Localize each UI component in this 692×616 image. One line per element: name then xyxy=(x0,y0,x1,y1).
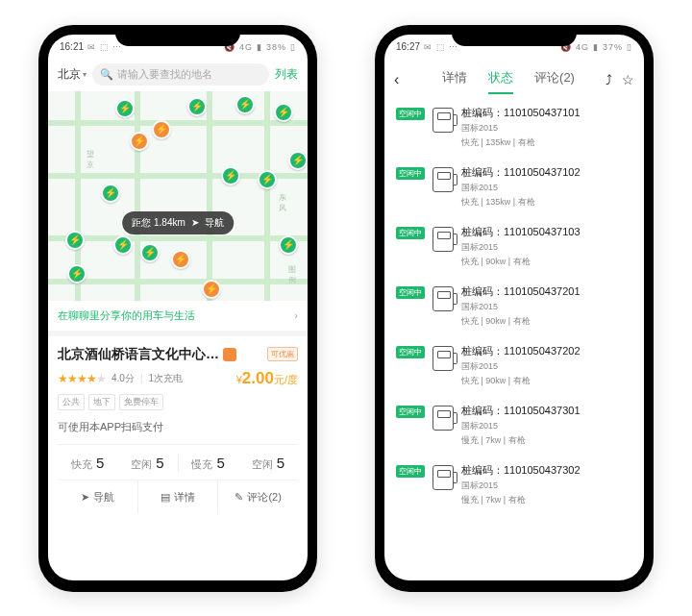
tag: 地下 xyxy=(88,394,115,410)
charger-standard: 国标2015 xyxy=(461,360,632,373)
charger-row[interactable]: 空闲中桩编码：1101050437301国标2015慢充 | 7kw | 有枪 xyxy=(384,396,644,456)
tab-detail[interactable]: 详情 xyxy=(442,65,467,94)
searchbar: 北京 ▾ 🔍 请输入要查找的地名 列表 xyxy=(48,60,308,91)
map-pin[interactable]: ⚡ xyxy=(202,280,221,299)
charger-standard: 国标2015 xyxy=(461,420,632,432)
charger-standard: 国标2015 xyxy=(461,122,632,135)
map-pin[interactable]: ⚡ xyxy=(171,250,190,269)
charger-row[interactable]: 空闲中桩编码：1101050437202国标2015快充 | 90kw | 有枪 xyxy=(384,336,644,396)
charger-spec: 慢充 | 7kw | 有枪 xyxy=(461,494,632,506)
action-comments[interactable]: ✎ 评论(2) xyxy=(217,480,298,514)
status-net: 4G xyxy=(239,42,253,52)
usage-count: 1次充电 xyxy=(149,372,184,385)
map-pin[interactable]: ⚡ xyxy=(152,120,171,139)
map-pin[interactable]: ⚡ xyxy=(288,151,308,170)
share-strip[interactable]: 在聊聊里分享你的用车与生活 › xyxy=(48,301,308,336)
station-title: 北京酒仙桥语言文化中心… xyxy=(58,346,219,363)
action-nav[interactable]: ➤ 导航 xyxy=(58,480,137,514)
rating-score: 4.0分 xyxy=(111,372,135,385)
back-button[interactable]: ‹ xyxy=(394,71,411,88)
phone-right: 16:27 ✉ ⬚ ⋯ 🔇 4G ▮ 37% ▯ ‹ 详情 状态 评论(2) ⤴… xyxy=(375,25,654,592)
status-signal-icon: ▮ xyxy=(593,42,599,52)
charger-icon xyxy=(432,406,454,431)
pay-note: 可使用本APP扫码支付 xyxy=(58,420,298,434)
status-badge: 空闲中 xyxy=(396,465,425,478)
battery-icon: ▯ xyxy=(627,42,632,52)
count-slow: 慢充 5 xyxy=(178,455,238,472)
status-badge: 空闲中 xyxy=(396,167,425,180)
search-placeholder: 请输入要查找的地名 xyxy=(117,67,212,82)
screen-left: 16:21 ✉ ⬚ ⋯ 🔇 4G ▮ 38% ▯ 北京 ▾ 🔍 请输入要查找的地… xyxy=(48,35,308,580)
charger-spec: 快充 | 90kw | 有枪 xyxy=(461,315,632,328)
status-net: 4G xyxy=(576,42,589,52)
chevron-right-icon: › xyxy=(294,309,298,321)
charger-row[interactable]: 空闲中桩编码：1101050437101国标2015快充 | 135kw | 有… xyxy=(384,98,644,158)
map-pin[interactable]: ⚡ xyxy=(258,170,277,189)
action-detail[interactable]: ▤ 详情 xyxy=(137,480,218,514)
station-card: 北京酒仙桥语言文化中心… 可优惠 ★★★★★ 4.0分 | 1次充电 ¥2.00… xyxy=(48,336,308,518)
tab-header: ‹ 详情 状态 评论(2) ⤴ ☆ xyxy=(384,60,644,94)
notch xyxy=(452,25,577,46)
map-pin[interactable]: ⚡ xyxy=(274,103,293,122)
charger-code: 桩编码：1101050437101 xyxy=(461,106,632,120)
nav-arrow-icon: ➤ xyxy=(191,217,199,228)
map-pin[interactable]: ⚡ xyxy=(279,235,298,255)
price-unit: 元/度 xyxy=(274,374,298,385)
status-badge: 空闲中 xyxy=(396,108,425,120)
screen-right: 16:27 ✉ ⬚ ⋯ 🔇 4G ▮ 37% ▯ ‹ 详情 状态 评论(2) ⤴… xyxy=(384,35,644,580)
comment-icon: ✎ xyxy=(235,491,243,504)
status-badge: 空闲中 xyxy=(396,346,425,358)
star-icon[interactable]: ☆ xyxy=(622,72,634,87)
status-signal-icon: ▮ xyxy=(257,42,262,52)
charger-code: 桩编码：1101050437103 xyxy=(461,225,632,239)
charger-standard: 国标2015 xyxy=(461,480,632,492)
charger-row[interactable]: 空闲中桩编码：1101050437102国标2015快充 | 135kw | 有… xyxy=(384,158,644,217)
charger-icon xyxy=(432,346,454,371)
charger-row[interactable]: 空闲中桩编码：1101050437103国标2015快充 | 90kw | 有枪 xyxy=(384,217,644,277)
tab-status[interactable]: 状态 xyxy=(488,65,513,94)
price: ¥2.00元/度 xyxy=(236,369,298,388)
charger-spec: 快充 | 90kw | 有枪 xyxy=(461,375,632,387)
tab-comments[interactable]: 评论(2) xyxy=(534,65,575,94)
charger-code: 桩编码：1101050437301 xyxy=(461,404,632,418)
map-pin[interactable]: ⚡ xyxy=(67,264,86,283)
count-slow-idle: 空闲 5 xyxy=(238,455,298,472)
stars-icon: ★★★★★ xyxy=(58,372,106,385)
charger-code: 桩编码：1101050437302 xyxy=(461,463,632,478)
action-row: ➤ 导航 ▤ 详情 ✎ 评论(2) xyxy=(58,480,298,514)
tag: 公共 xyxy=(58,394,85,410)
charger-icon xyxy=(432,286,454,311)
charger-icon xyxy=(432,108,454,133)
city-picker[interactable]: 北京 ▾ xyxy=(58,66,86,83)
map-pin[interactable]: ⚡ xyxy=(187,97,207,116)
distance-text: 距您 1.84km xyxy=(132,216,185,230)
charger-icon xyxy=(432,227,454,252)
charger-row[interactable]: 空闲中桩编码：1101050437201国标2015快充 | 90kw | 有枪 xyxy=(384,277,644,336)
count-fast: 快充 5 xyxy=(58,455,117,472)
map-pin[interactable]: ⚡ xyxy=(221,166,240,185)
list-link[interactable]: 列表 xyxy=(275,66,298,83)
map-pin[interactable]: ⚡ xyxy=(115,99,135,118)
map[interactable]: 望京 东风 图例 ⚡ ⚡ ⚡ ⚡ ⚡ ⚡ ⚡ ⚡ ⚡ ⚡ ⚡ ⚡ ⚡ ⚡ ⚡ ⚡… xyxy=(48,91,308,301)
map-pin[interactable]: ⚡ xyxy=(235,95,255,114)
phone-left: 16:21 ✉ ⬚ ⋯ 🔇 4G ▮ 38% ▯ 北京 ▾ 🔍 请输入要查找的地… xyxy=(38,25,317,592)
map-pin[interactable]: ⚡ xyxy=(140,243,160,262)
charger-spec: 快充 | 135kw | 有枪 xyxy=(461,136,632,149)
charger-list[interactable]: 空闲中桩编码：1101050437101国标2015快充 | 135kw | 有… xyxy=(384,94,644,580)
nav-icon: ➤ xyxy=(81,491,89,504)
distance-bubble[interactable]: 距您 1.84km ➤ 导航 xyxy=(122,211,234,234)
station-badge-icon xyxy=(223,348,236,361)
charger-icon xyxy=(432,465,454,490)
map-pin[interactable]: ⚡ xyxy=(65,231,85,250)
search-input[interactable]: 🔍 请输入要查找的地名 xyxy=(92,63,269,86)
map-pin[interactable]: ⚡ xyxy=(130,132,149,151)
map-pin[interactable]: ⚡ xyxy=(113,235,133,255)
status-badge: 空闲中 xyxy=(396,406,425,418)
status-icons-left: ✉ ⬚ ⋯ xyxy=(424,42,458,52)
charger-row[interactable]: 空闲中桩编码：1101050437302国标2015慢充 | 7kw | 有枪 xyxy=(384,456,644,515)
status-icons-left: ✉ ⬚ ⋯ xyxy=(87,42,122,52)
status-badge: 空闲中 xyxy=(396,286,425,299)
share-icon[interactable]: ⤴ xyxy=(606,72,612,87)
nav-text: 导航 xyxy=(205,216,224,230)
map-pin[interactable]: ⚡ xyxy=(101,184,120,203)
